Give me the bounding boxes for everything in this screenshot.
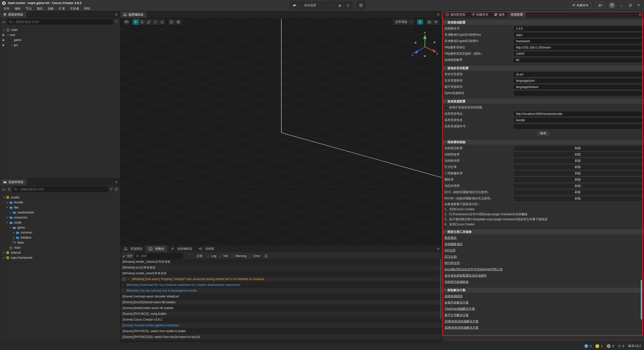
- restart-button[interactable]: ↻: [344, 2, 352, 9]
- console-log-row[interactable]: ›[Window] Download the Vue Devtools exte…: [120, 282, 442, 288]
- pivot-button[interactable]: [168, 19, 175, 25]
- console-log-row[interactable]: [Window] model_view文件夹存在: [120, 271, 442, 276]
- expand-arrow-icon[interactable]: ▸: [10, 44, 14, 46]
- doc-link[interactable]: 全栈开发解决方案: [445, 300, 469, 305]
- doc-link[interactable]: API文档: [445, 248, 455, 253]
- doc-link[interactable]: 游戏模板项目: [445, 242, 463, 246]
- filter-log-checkbox[interactable]: ✓: [207, 254, 210, 258]
- search-type-chevron-icon[interactable]: ▾: [13, 21, 14, 23]
- expand-arrow-icon[interactable]: ▸: [2, 251, 6, 254]
- console-log-row[interactable]: [Window] ecs文件夹存在: [120, 265, 442, 271]
- restore-button[interactable]: [628, 4, 632, 7]
- expand-arrow-icon[interactable]: ▸: [9, 211, 12, 214]
- expand-arrow-icon[interactable]: ▸: [6, 201, 9, 204]
- property-input[interactable]: [514, 26, 642, 31]
- collapse-arrow-icon[interactable]: ▾: [2, 29, 6, 31]
- remove-module-button[interactable]: 剔除: [514, 146, 642, 151]
- hierarchy-node-game[interactable]: game: [0, 37, 120, 42]
- console-log-row[interactable]: [Scene] [PHYSICS]: using builtin.: [120, 311, 442, 317]
- tab-graph[interactable]: 动画图: [195, 245, 217, 252]
- section-header[interactable]: ▾框架解决方案: [442, 287, 644, 293]
- console-scrollbar-thumb[interactable]: [440, 259, 441, 319]
- scene-viewport[interactable]: Y X Z 3D: [120, 18, 442, 245]
- regex-checkbox[interactable]: [190, 254, 193, 258]
- filter-error-checkbox[interactable]: ✓: [249, 254, 252, 258]
- asset-node-common[interactable]: ▸common: [0, 230, 120, 235]
- scene-light-button[interactable]: [417, 19, 423, 25]
- tab-scene-editor[interactable]: 场景编辑器: [120, 11, 146, 18]
- coordinate-space-button[interactable]: [175, 19, 181, 25]
- section-header[interactable]: ▾游戏多语言配置: [442, 65, 644, 71]
- doc-link[interactable]: 3D角色扮演游戏解决方案: [445, 326, 478, 330]
- filter-info-checkbox[interactable]: ✓: [219, 254, 222, 258]
- build-publish-button[interactable]: 构建发布: [569, 2, 592, 9]
- property-input[interactable]: [514, 52, 642, 56]
- hierarchy-node-gui[interactable]: ▸gui: [0, 42, 120, 48]
- menu-item-6[interactable]: 开发者: [67, 6, 82, 11]
- remove-module-button[interactable]: 剔除: [514, 184, 642, 188]
- remove-module-button[interactable]: 剔除: [514, 165, 642, 169]
- remote-load-checkbox[interactable]: [445, 106, 448, 109]
- play-button[interactable]: ▶: [337, 2, 344, 9]
- asset-node-oops-framework[interactable]: ▸oops-framework: [0, 255, 120, 260]
- doc-link[interactable]: 教程项目: [445, 236, 457, 240]
- console-log-row[interactable]: [Window] render_texture文件夹存在: [120, 259, 442, 265]
- property-input[interactable]: [514, 72, 642, 77]
- tab-property-inspector[interactable]: 属性检查器: [442, 11, 468, 18]
- collapse-arrow-icon[interactable]: ▾: [6, 206, 9, 209]
- move-tool-button[interactable]: [133, 19, 139, 25]
- asset-node-libs[interactable]: ▾libs: [0, 205, 120, 210]
- asset-node-seedrandom[interactable]: ▸seedrandom: [0, 210, 120, 215]
- tab-framework-config[interactable]: 框架配置: [508, 11, 526, 18]
- rect-tool-button[interactable]: [152, 19, 159, 25]
- doc-link[interactable]: 动画状态机编辑器: [445, 280, 469, 284]
- open-project-folder-button[interactable]: [596, 2, 605, 9]
- log-file-icon[interactable]: [265, 254, 267, 257]
- axis-gizmo[interactable]: Y X Z: [411, 31, 439, 59]
- tab-assets[interactable]: 资源管理器: [0, 179, 26, 185]
- property-input[interactable]: [514, 58, 642, 62]
- hierarchy-node-main[interactable]: ▾main: [0, 27, 120, 32]
- render-mode-dropdown[interactable]: 正常渲染 ▾: [393, 19, 414, 25]
- inspector-menu-icon[interactable]: ≡: [636, 11, 644, 18]
- menu-item-3[interactable]: 项目: [34, 6, 45, 11]
- preview-qr-button[interactable]: [356, 2, 366, 9]
- error-count-icon[interactable]: ×: [607, 344, 611, 348]
- asset-node-internal[interactable]: ▸internal: [0, 250, 120, 255]
- console-log-row[interactable]: !›[Window] [Vue warn]: Property "onInput…: [120, 276, 442, 282]
- collapse-arrow-icon[interactable]: ▾: [2, 196, 6, 199]
- console-log-row[interactable]: [Scene] [PHYSICS]: switch from builtin t…: [120, 328, 442, 334]
- menu-item-5[interactable]: 扩展: [56, 6, 67, 11]
- minimize-button[interactable]: –: [619, 3, 624, 8]
- info-count-icon[interactable]: i: [584, 344, 588, 348]
- tab-preview[interactable]: 资源预览: [120, 245, 145, 252]
- refresh-icon[interactable]: [115, 188, 118, 191]
- close-button[interactable]: ×: [636, 3, 641, 8]
- doc-link[interactable]: Excel格式转Json文件与TypeScript代码工具: [445, 267, 503, 272]
- hierarchy-search-input[interactable]: [15, 20, 111, 24]
- property-input[interactable]: [514, 39, 642, 43]
- search-type-chevron-icon[interactable]: ▾: [18, 188, 19, 190]
- console-log-row[interactable]: [Scene] meshopt wasm decoder initialized: [120, 294, 442, 299]
- remove-module-button[interactable]: 剔除: [514, 190, 642, 195]
- hierarchy-node-root[interactable]: ▾root: [0, 32, 120, 37]
- section-header[interactable]: ▾框架模块剔除: [442, 139, 644, 145]
- menu-item-0[interactable]: 文件: [1, 6, 12, 11]
- doc-link[interactable]: MVVM文档: [445, 261, 460, 265]
- sort-icon[interactable]: [7, 188, 11, 191]
- console-log-row[interactable]: [Scene] [PHYSICS2D]: switch from box2d-w…: [120, 334, 442, 340]
- property-input[interactable]: [514, 118, 642, 122]
- property-input[interactable]: [514, 78, 642, 83]
- scene-settings-button[interactable]: [433, 19, 439, 25]
- console-search-input[interactable]: [140, 254, 181, 258]
- expand-arrow-icon[interactable]: ▸: [2, 256, 6, 259]
- toggle-3d-button[interactable]: 3D: [123, 19, 130, 25]
- property-input[interactable]: [514, 112, 642, 116]
- doc-link[interactable]: Tiledmap地图解决方案: [445, 307, 475, 311]
- tab-services[interactable]: 服务: [491, 11, 508, 18]
- preview-target-button[interactable]: ▾: [290, 2, 302, 9]
- doc-link[interactable]: 2D角色扮演游戏解决方案: [445, 319, 478, 324]
- bell-icon[interactable]: [618, 344, 621, 348]
- section-header[interactable]: ▾游戏资源配置: [442, 98, 644, 104]
- create-asset-button[interactable]: +▾: [2, 188, 6, 191]
